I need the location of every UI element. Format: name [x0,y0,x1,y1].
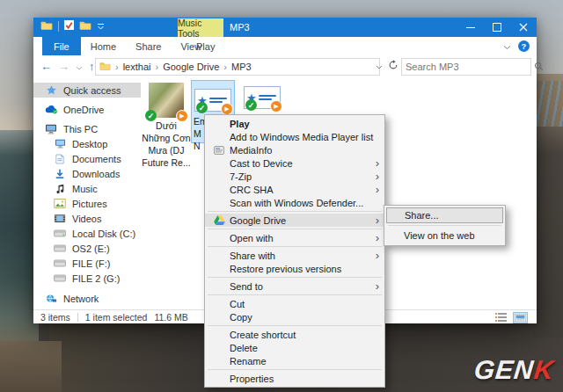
play-overlay-icon: ▶ [221,103,233,115]
star-icon [44,84,58,97]
sidebar-item-videos[interactable]: Videos [33,211,141,226]
context-menu-item-share-with[interactable]: Share with› [205,249,384,262]
menu-separator [208,369,382,370]
breadcrumb-item[interactable]: lexthai [123,62,151,72]
folder-icon [99,62,111,72]
menu-separator [208,246,382,247]
thumbnail-view-button[interactable] [513,312,528,323]
folder-icon[interactable] [40,20,53,32]
submenu-arrow-icon: › [367,184,383,195]
context-menu-item-scan-defender[interactable]: Scan with Windows Defender... [205,196,384,209]
context-menu-item-open-with[interactable]: Open with› [205,231,384,244]
sidebar-item-file2-g[interactable]: FILE 2 (G:) [33,271,141,286]
desktop-wallpaper-sand [0,341,62,392]
submenu-arrow-icon: › [367,232,383,243]
context-menu-item-cast-to-device[interactable]: Cast to Device› [205,156,384,170]
video-icon [53,213,67,225]
address-bar-row: ← → ↑ › lexthai › Google Drive › MP3 [33,55,537,78]
sidebar-item-onedrive[interactable]: OneDrive [33,102,141,117]
minimize-button[interactable] [457,18,484,37]
onedrive-cloud-icon [44,104,58,116]
file-name: Dưới Những Cơn Mưa (DJ Future Re... [134,120,199,169]
context-menu-item-rename[interactable]: Rename [205,354,384,367]
sidebar-item-quick-access[interactable]: Quick access [33,83,141,98]
sidebar-item-pictures[interactable]: Pictures [33,196,141,211]
tab-share[interactable]: Share [126,37,171,55]
forward-button[interactable]: → [58,60,69,73]
maximize-button[interactable] [484,18,510,37]
music-tools-contextual-tab[interactable]: Music Tools [178,18,223,37]
desktop-wallpaper-scaffold [535,81,563,127]
mp3-file-icon: ★ ✓ ▶ [194,89,231,112]
submenu-arrow-icon: › [367,157,383,169]
sidebar-item-network[interactable]: Network [33,291,141,306]
menu-separator [208,277,382,278]
folder-icon[interactable] [79,20,91,32]
breadcrumb-separator: › [114,62,120,72]
context-menu-item-7zip[interactable]: 7-Zip› [205,170,384,183]
close-button[interactable] [510,18,537,37]
document-icon [53,153,67,165]
context-menu-item-add-to-wmp[interactable]: Add to Windows Media Player list [205,130,384,143]
search-input[interactable] [402,62,534,72]
mediainfo-icon [208,146,230,155]
context-menu-item-google-drive[interactable]: Google Drive› [205,214,384,227]
sidebar-item-os2-e[interactable]: OS2 (E:) [33,241,141,256]
context-menu-item-mediainfo[interactable]: MediaInfo [205,143,384,156]
picture-icon [53,198,67,210]
search-icon[interactable] [534,62,544,73]
context-menu-item-send-to[interactable]: Send to› [205,279,384,293]
qat-customize-chevron-icon[interactable] [97,21,105,32]
sidebar-item-local-disk-c[interactable]: Local Disk (C:) [33,226,141,241]
sidebar-item-music[interactable]: Music [33,181,141,196]
quick-access-toolbar [40,20,105,32]
menu-separator [208,325,382,326]
tab-home[interactable]: Home [81,37,126,55]
recent-locations-chevron-icon[interactable] [76,60,83,73]
context-menu: Play Add to Windows Media Player list Me… [204,114,385,388]
sidebar-item-file-f[interactable]: FILE (F:) [33,256,141,271]
submenu-arrow-icon: › [367,280,383,292]
sidebar-item-desktop[interactable]: Desktop [33,136,141,151]
context-menu-item-restore-previous[interactable]: Restore previous versions [205,262,384,275]
watermark-text-red: K [533,355,556,384]
breadcrumb-item[interactable]: MP3 [231,62,252,72]
window-title: MP3 [230,18,250,37]
submenu-arrow-icon: › [367,171,383,182]
context-menu-item-crc-sha[interactable]: CRC SHA› [205,183,384,196]
back-button[interactable]: ← [40,60,52,73]
qat-separator [58,21,59,32]
submenu-arrow-icon: › [367,250,383,261]
breadcrumb-item[interactable]: Google Drive [163,62,219,72]
watermark-text-white: GEN [473,355,536,384]
details-view-button[interactable] [494,312,508,323]
checkmark-icon[interactable] [64,20,74,32]
context-menu-item-cut[interactable]: Cut [205,297,384,310]
context-menu-item-play[interactable]: Play [205,117,384,130]
sidebar-item-this-pc[interactable]: This PC [33,121,141,136]
ribbon-expand-chevron-icon[interactable] [503,41,511,52]
title-bar: Music Tools MP3 [33,18,537,37]
refresh-icon[interactable] [388,60,398,72]
tab-play[interactable]: Play [183,37,228,55]
context-menu-item-create-shortcut[interactable]: Create shortcut [205,328,384,341]
sidebar-item-downloads[interactable]: Downloads [33,166,141,181]
context-menu-item-properties[interactable]: Properties [205,372,384,385]
google-drive-icon [208,215,230,225]
tab-file[interactable]: File [42,37,81,55]
context-menu-item-copy[interactable]: Copy [205,310,384,323]
menu-separator [208,229,382,229]
address-bar[interactable]: › lexthai › Google Drive › MP3 [95,58,380,76]
address-dropdown-chevron-icon[interactable] [376,61,383,71]
up-button[interactable]: ↑ [89,60,95,73]
submenu-item-share[interactable]: Share... [386,207,503,223]
breadcrumb-separator: › [154,62,159,72]
context-menu-item-delete[interactable]: Delete [205,341,384,354]
help-icon[interactable]: ? [518,40,530,52]
sync-check-icon: ✓ [196,102,208,113]
submenu-item-view-on-web[interactable]: View on the web [386,228,503,243]
caption-buttons [457,18,537,37]
drive-icon [53,272,67,285]
sidebar-item-documents[interactable]: Documents [33,151,141,166]
drive-icon [53,228,67,240]
